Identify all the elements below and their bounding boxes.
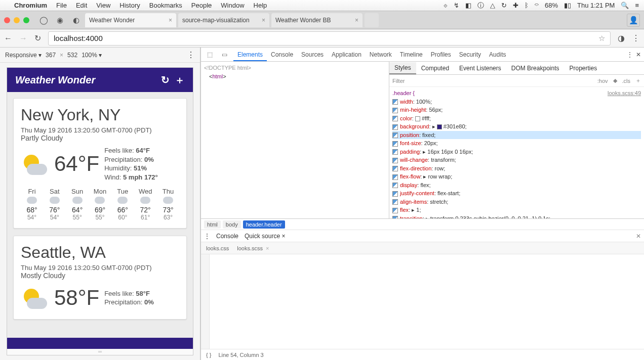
drawer-tab-quicksource[interactable]: Quick source × — [245, 233, 285, 240]
refresh-icon[interactable]: ↻ — [501, 2, 507, 9]
battery-icon[interactable]: ▮▯ — [564, 2, 571, 9]
pinned-github-icon[interactable]: ◯ — [36, 13, 51, 27]
rule-checkbox[interactable] — [392, 199, 398, 205]
rule-checkbox[interactable] — [392, 99, 398, 105]
menu-file[interactable]: File — [56, 2, 67, 9]
cls-toggle[interactable]: .cls — [622, 78, 631, 84]
address-bar[interactable]: localhost:4000 ☆ — [48, 31, 611, 46]
rule-checkbox[interactable] — [392, 124, 398, 130]
bluetooth-icon[interactable]: ᛒ — [525, 2, 529, 9]
device-mode-select[interactable]: Responsive ▾ — [5, 52, 42, 59]
reload-button[interactable]: ↻ — [34, 33, 41, 43]
new-rule-icon[interactable]: ＋ — [635, 77, 641, 84]
dom-node[interactable]: <!DOCTYPE html> — [204, 64, 386, 72]
panel-console[interactable]: Console — [267, 49, 297, 60]
wifi-icon[interactable]: ⌔ — [535, 2, 539, 9]
menu-button[interactable]: ⋮ — [632, 33, 640, 43]
panel-network[interactable]: Network — [366, 49, 396, 60]
tab-weather-wonder-bb[interactable]: Weather Wonder BB × — [271, 13, 363, 27]
window-minimize[interactable] — [14, 17, 20, 23]
new-tab-button[interactable] — [365, 13, 379, 27]
rule-checkbox[interactable] — [392, 116, 398, 121]
side-tab[interactable]: Properties — [564, 63, 602, 74]
panel-sources[interactable]: Sources — [297, 49, 328, 60]
extension-icon[interactable]: ◑ — [618, 33, 625, 43]
menu-people[interactable]: People — [191, 2, 212, 9]
drawer-close-icon[interactable]: ✕ — [636, 233, 641, 240]
window-zoom[interactable] — [23, 17, 29, 23]
resize-handle[interactable]: ═ — [7, 349, 193, 355]
panel-security[interactable]: Security — [455, 49, 485, 60]
drawer-more-icon[interactable]: ⋮ — [204, 233, 210, 240]
source-link[interactable]: looks.scss:49 — [608, 89, 641, 98]
devtools-close-icon[interactable]: ✕ — [636, 51, 641, 58]
braces-icon[interactable]: { } — [206, 352, 211, 358]
device-width[interactable]: 367 — [46, 52, 56, 59]
rule-checkbox[interactable] — [392, 183, 398, 188]
panel-elements[interactable]: Elements — [233, 49, 267, 61]
info-icon[interactable]: ⓘ — [477, 1, 484, 10]
pin-icon[interactable]: ◆ — [613, 77, 617, 84]
sync-icon[interactable]: ↯ — [454, 2, 459, 9]
drive-icon[interactable]: △ — [490, 2, 495, 9]
app-name[interactable]: Chromium — [14, 2, 47, 9]
crumb[interactable]: body — [223, 220, 241, 229]
rule-checkbox[interactable] — [392, 132, 398, 138]
close-icon[interactable]: × — [355, 17, 358, 24]
drawer-tab-console[interactable]: Console — [216, 233, 238, 240]
rule-checkbox[interactable] — [392, 208, 398, 213]
tab-source-map[interactable]: source-map-visualization × — [178, 13, 269, 27]
menu-bookmarks[interactable]: Bookmarks — [149, 2, 182, 9]
side-tab[interactable]: Styles — [389, 62, 416, 74]
pinned-firefox-icon[interactable]: ◉ — [53, 13, 67, 27]
bookmark-star-icon[interactable]: ☆ — [598, 34, 605, 43]
forward-button[interactable]: → — [19, 34, 27, 43]
back-button[interactable]: ← — [4, 34, 12, 43]
source-tab[interactable]: looks.css — [206, 245, 229, 251]
rule-checkbox[interactable] — [392, 149, 398, 155]
menu-icon[interactable]: ≡ — [635, 2, 639, 9]
profile-button[interactable]: 👤 — [627, 14, 640, 27]
panel-audits[interactable]: Audits — [485, 49, 510, 60]
menu-edit[interactable]: Edit — [76, 2, 87, 9]
rule-checkbox[interactable] — [392, 191, 398, 197]
side-tab[interactable]: DOM Breakpoints — [506, 63, 565, 74]
status-icon[interactable]: ◧ — [465, 2, 471, 9]
side-tab[interactable]: Event Listeners — [454, 63, 506, 74]
panel-application[interactable]: Application — [328, 49, 366, 60]
close-icon[interactable]: × — [262, 17, 265, 24]
puzzle-icon[interactable]: ✚ — [513, 2, 518, 9]
crumb[interactable]: header.header — [243, 220, 285, 229]
window-close[interactable] — [4, 17, 10, 23]
panel-profiles[interactable]: Profiles — [427, 49, 455, 60]
pinned-app-icon[interactable]: ◐ — [69, 13, 83, 27]
device-height[interactable]: 532 — [67, 52, 77, 59]
devtools-more-icon[interactable]: ⋮ — [627, 51, 633, 58]
dom-tree[interactable]: <!DOCTYPE html><html> — [201, 62, 389, 218]
rule-checkbox[interactable] — [392, 158, 398, 163]
add-icon[interactable]: ＋ — [175, 73, 185, 87]
source-editor[interactable] — [201, 254, 644, 349]
device-toggle-icon[interactable]: ▭ — [219, 49, 230, 60]
source-tab[interactable]: looks.scss × — [237, 245, 269, 251]
panel-timeline[interactable]: Timeline — [396, 49, 427, 60]
inspect-element-icon[interactable]: ⬚ — [204, 49, 216, 60]
rule-checkbox[interactable] — [392, 108, 398, 113]
rule-checkbox[interactable] — [392, 166, 398, 171]
rule-checkbox[interactable] — [392, 141, 398, 147]
device-more-icon[interactable]: ⋮ — [187, 50, 195, 60]
side-tab[interactable]: Computed — [416, 63, 454, 74]
clock[interactable]: Thu 1:21 PM — [577, 2, 615, 9]
menu-help[interactable]: Help — [254, 2, 267, 9]
refresh-icon[interactable]: ↻ — [161, 74, 170, 86]
menu-window[interactable]: Window — [221, 2, 244, 9]
styles-pane[interactable]: looks.scss:49.header {width: 100%;min-he… — [389, 87, 644, 218]
filter-input[interactable]: Filter — [392, 78, 405, 84]
rule-checkbox[interactable] — [392, 174, 398, 180]
dom-node[interactable]: <html> — [204, 72, 386, 81]
crumb[interactable]: html — [204, 220, 221, 229]
dropbox-icon[interactable]: ⟐ — [444, 2, 448, 9]
menu-view[interactable]: View — [96, 2, 110, 9]
tab-weather-wonder[interactable]: Weather Wonder × — [85, 13, 176, 27]
device-zoom[interactable]: 100% ▾ — [82, 52, 102, 59]
